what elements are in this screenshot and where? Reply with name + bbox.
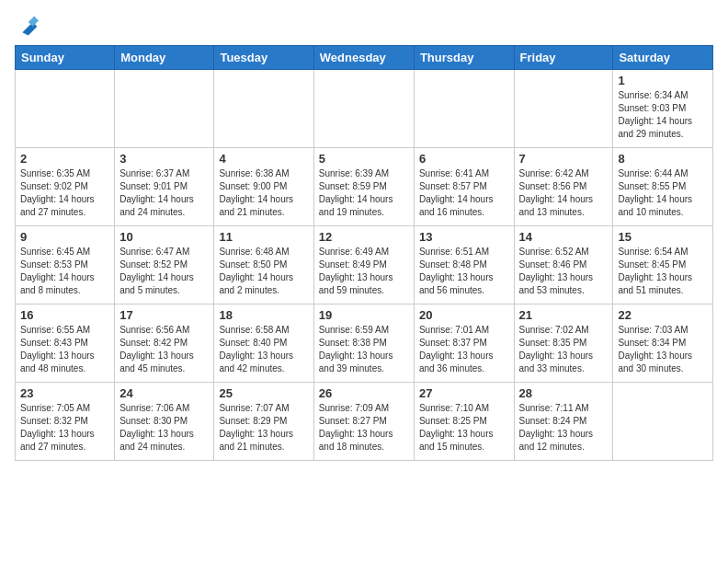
calendar-cell: 12Sunrise: 6:49 AM Sunset: 8:49 PM Dayli… <box>313 226 414 304</box>
day-number: 17 <box>119 308 209 322</box>
calendar-cell: 21Sunrise: 7:02 AM Sunset: 8:35 PM Dayli… <box>514 304 613 383</box>
calendar-cell <box>115 70 214 148</box>
day-number: 10 <box>119 230 209 244</box>
calendar-cell: 24Sunrise: 7:06 AM Sunset: 8:30 PM Dayli… <box>115 383 214 461</box>
day-number: 5 <box>319 152 409 166</box>
calendar-cell <box>313 70 414 148</box>
day-number: 12 <box>319 230 409 244</box>
calendar-cell: 4Sunrise: 6:38 AM Sunset: 9:00 PM Daylig… <box>214 148 313 226</box>
day-info: Sunrise: 7:11 AM Sunset: 8:24 PM Dayligh… <box>519 402 609 454</box>
weekday-header-friday: Friday <box>514 46 613 70</box>
day-info: Sunrise: 6:58 AM Sunset: 8:40 PM Dayligh… <box>219 324 308 375</box>
day-info: Sunrise: 6:34 AM Sunset: 9:03 PM Dayligh… <box>618 89 708 141</box>
calendar-cell: 18Sunrise: 6:58 AM Sunset: 8:40 PM Dayli… <box>214 304 313 383</box>
calendar-cell: 13Sunrise: 6:51 AM Sunset: 8:48 PM Dayli… <box>414 226 514 304</box>
day-info: Sunrise: 6:44 AM Sunset: 8:55 PM Dayligh… <box>618 167 708 219</box>
day-number: 2 <box>20 152 109 166</box>
calendar-cell <box>214 70 313 148</box>
day-number: 20 <box>419 308 509 322</box>
calendar-cell: 28Sunrise: 7:11 AM Sunset: 8:24 PM Dayli… <box>514 383 613 461</box>
day-info: Sunrise: 6:49 AM Sunset: 8:49 PM Dayligh… <box>319 246 409 297</box>
calendar-cell: 27Sunrise: 7:10 AM Sunset: 8:25 PM Dayli… <box>414 383 514 461</box>
day-number: 3 <box>119 152 209 166</box>
calendar-cell: 10Sunrise: 6:47 AM Sunset: 8:52 PM Dayli… <box>115 226 214 304</box>
weekday-header-wednesday: Wednesday <box>313 46 414 70</box>
day-number: 23 <box>20 386 109 400</box>
calendar-cell: 16Sunrise: 6:55 AM Sunset: 8:43 PM Dayli… <box>16 304 115 383</box>
day-info: Sunrise: 7:01 AM Sunset: 8:37 PM Dayligh… <box>419 324 509 375</box>
day-number: 4 <box>219 152 308 166</box>
day-info: Sunrise: 7:06 AM Sunset: 8:30 PM Dayligh… <box>119 402 209 454</box>
page-header <box>15 15 713 41</box>
day-number: 18 <box>219 308 308 322</box>
calendar-cell: 17Sunrise: 6:56 AM Sunset: 8:42 PM Dayli… <box>115 304 214 383</box>
calendar-table: SundayMondayTuesdayWednesdayThursdayFrid… <box>15 45 713 461</box>
weekday-header-sunday: Sunday <box>16 46 115 70</box>
day-info: Sunrise: 7:03 AM Sunset: 8:34 PM Dayligh… <box>618 324 708 375</box>
day-info: Sunrise: 6:56 AM Sunset: 8:42 PM Dayligh… <box>119 324 209 375</box>
day-info: Sunrise: 6:55 AM Sunset: 8:43 PM Dayligh… <box>20 324 109 375</box>
day-number: 25 <box>219 386 308 400</box>
calendar-cell: 14Sunrise: 6:52 AM Sunset: 8:46 PM Dayli… <box>514 226 613 304</box>
day-info: Sunrise: 6:42 AM Sunset: 8:56 PM Dayligh… <box>519 167 609 219</box>
weekday-header-monday: Monday <box>115 46 214 70</box>
day-info: Sunrise: 6:51 AM Sunset: 8:48 PM Dayligh… <box>419 246 509 297</box>
day-number: 15 <box>618 230 708 244</box>
day-info: Sunrise: 7:02 AM Sunset: 8:35 PM Dayligh… <box>519 324 609 375</box>
day-info: Sunrise: 6:48 AM Sunset: 8:50 PM Dayligh… <box>219 246 308 297</box>
calendar-cell: 2Sunrise: 6:35 AM Sunset: 9:02 PM Daylig… <box>16 148 115 226</box>
day-number: 7 <box>519 152 609 166</box>
day-number: 1 <box>618 74 708 87</box>
calendar-cell: 20Sunrise: 7:01 AM Sunset: 8:37 PM Dayli… <box>414 304 514 383</box>
day-info: Sunrise: 6:38 AM Sunset: 9:00 PM Dayligh… <box>219 167 308 219</box>
day-number: 6 <box>419 152 509 166</box>
calendar-cell <box>613 383 713 461</box>
calendar-cell: 11Sunrise: 6:48 AM Sunset: 8:50 PM Dayli… <box>214 226 313 304</box>
logo <box>15 15 39 41</box>
day-number: 24 <box>119 386 209 400</box>
day-number: 13 <box>419 230 509 244</box>
weekday-header-thursday: Thursday <box>414 46 514 70</box>
calendar-cell: 9Sunrise: 6:45 AM Sunset: 8:53 PM Daylig… <box>16 226 115 304</box>
day-info: Sunrise: 6:41 AM Sunset: 8:57 PM Dayligh… <box>419 167 509 219</box>
week-row-3: 16Sunrise: 6:55 AM Sunset: 8:43 PM Dayli… <box>16 304 713 383</box>
day-number: 19 <box>319 308 409 322</box>
week-row-0: 1Sunrise: 6:34 AM Sunset: 9:03 PM Daylig… <box>16 70 713 148</box>
calendar-cell: 26Sunrise: 7:09 AM Sunset: 8:27 PM Dayli… <box>313 383 414 461</box>
day-number: 28 <box>519 386 609 400</box>
calendar-cell: 7Sunrise: 6:42 AM Sunset: 8:56 PM Daylig… <box>514 148 613 226</box>
day-info: Sunrise: 6:47 AM Sunset: 8:52 PM Dayligh… <box>119 246 209 297</box>
calendar-cell: 15Sunrise: 6:54 AM Sunset: 8:45 PM Dayli… <box>613 226 713 304</box>
day-info: Sunrise: 7:05 AM Sunset: 8:32 PM Dayligh… <box>20 402 109 454</box>
svg-marker-1 <box>28 17 39 27</box>
day-number: 16 <box>20 308 109 322</box>
week-row-2: 9Sunrise: 6:45 AM Sunset: 8:53 PM Daylig… <box>16 226 713 304</box>
week-row-4: 23Sunrise: 7:05 AM Sunset: 8:32 PM Dayli… <box>16 383 713 461</box>
day-number: 27 <box>419 386 509 400</box>
week-row-1: 2Sunrise: 6:35 AM Sunset: 9:02 PM Daylig… <box>16 148 713 226</box>
calendar-cell: 22Sunrise: 7:03 AM Sunset: 8:34 PM Dayli… <box>613 304 713 383</box>
weekday-header-tuesday: Tuesday <box>214 46 313 70</box>
day-info: Sunrise: 6:54 AM Sunset: 8:45 PM Dayligh… <box>618 246 708 297</box>
day-info: Sunrise: 6:35 AM Sunset: 9:02 PM Dayligh… <box>20 167 109 219</box>
day-number: 22 <box>618 308 708 322</box>
calendar-cell: 6Sunrise: 6:41 AM Sunset: 8:57 PM Daylig… <box>414 148 514 226</box>
day-number: 14 <box>519 230 609 244</box>
day-number: 21 <box>519 308 609 322</box>
calendar-cell: 8Sunrise: 6:44 AM Sunset: 8:55 PM Daylig… <box>613 148 713 226</box>
day-number: 11 <box>219 230 308 244</box>
logo-icon <box>17 15 39 37</box>
calendar-cell: 1Sunrise: 6:34 AM Sunset: 9:03 PM Daylig… <box>613 70 713 148</box>
weekday-header-row: SundayMondayTuesdayWednesdayThursdayFrid… <box>16 46 713 70</box>
day-number: 8 <box>618 152 708 166</box>
day-info: Sunrise: 6:45 AM Sunset: 8:53 PM Dayligh… <box>20 246 109 297</box>
calendar-cell: 3Sunrise: 6:37 AM Sunset: 9:01 PM Daylig… <box>115 148 214 226</box>
calendar-cell: 25Sunrise: 7:07 AM Sunset: 8:29 PM Dayli… <box>214 383 313 461</box>
calendar-cell <box>16 70 115 148</box>
day-info: Sunrise: 6:52 AM Sunset: 8:46 PM Dayligh… <box>519 246 609 297</box>
day-number: 9 <box>20 230 109 244</box>
day-number: 26 <box>319 386 409 400</box>
day-info: Sunrise: 6:59 AM Sunset: 8:38 PM Dayligh… <box>319 324 409 375</box>
day-info: Sunrise: 7:10 AM Sunset: 8:25 PM Dayligh… <box>419 402 509 454</box>
calendar-cell <box>514 70 613 148</box>
